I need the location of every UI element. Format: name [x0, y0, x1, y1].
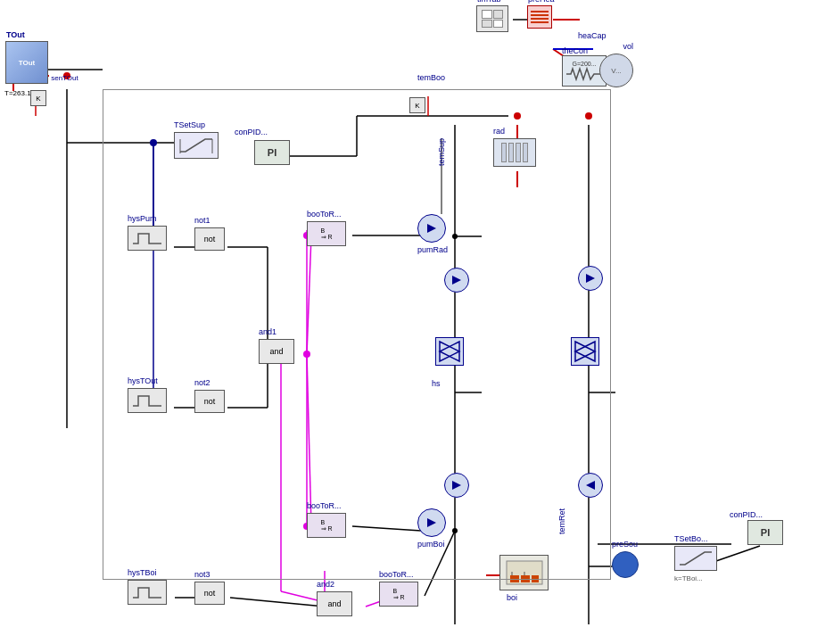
conPID2-label: conPID... [730, 510, 763, 519]
hs-label: hs [432, 379, 441, 388]
svg-marker-72 [452, 481, 461, 490]
G200-label: G=200... [572, 61, 596, 67]
svg-point-39 [150, 139, 157, 146]
svg-marker-64 [427, 224, 436, 233]
valve-660-390-block[interactable] [571, 337, 599, 366]
not2-label: not2 [194, 378, 210, 387]
boi-label: boi [507, 593, 517, 602]
kTBoi-label: k=TBoi... [674, 574, 703, 582]
and2-block[interactable]: and2 and [317, 591, 352, 616]
booToR3-block[interactable]: booToR... B ⇒ R [379, 582, 418, 607]
and1-block[interactable]: and1 and [259, 339, 294, 364]
temRet-label: temRet [557, 508, 566, 534]
svg-marker-67 [440, 342, 459, 361]
not3-label: not3 [194, 570, 210, 579]
vol-label: vol [623, 42, 633, 51]
not3-block[interactable]: not3 not [194, 582, 225, 605]
svg-marker-68 [586, 274, 595, 283]
senTOut-label: senTOut [51, 74, 78, 82]
hysTOut-block[interactable]: hysTOut [128, 388, 167, 413]
pumBoi-block[interactable]: pumBoi [417, 508, 446, 537]
svg-marker-65 [452, 276, 461, 285]
pumRad-label: pumRad [417, 245, 448, 254]
K1-block: K [29, 89, 47, 107]
hysTBoi-block[interactable]: hysTBoi [128, 580, 167, 605]
pumRad-block[interactable]: pumRad [417, 214, 446, 243]
svg-point-34 [303, 351, 310, 358]
TSetBo-block[interactable]: TSetBo... k=TBoi... [674, 546, 717, 571]
preSou-label: preSou [612, 540, 638, 549]
conPID1-label: conPID... [235, 128, 268, 136]
svg-marker-73 [427, 518, 436, 527]
booToR3-label: booToR... [379, 570, 414, 579]
PI1-block[interactable]: PI [254, 140, 290, 165]
hysTOut-label: hysTOut [128, 376, 158, 385]
hysPum-block[interactable]: hysPum [128, 226, 167, 251]
not2-block[interactable]: not2 not [194, 390, 225, 413]
svg-rect-76 [521, 575, 530, 582]
preHea-label: preHea [528, 0, 555, 4]
TSetSup-block[interactable]: TSetSup [174, 132, 219, 159]
and1-label: and1 [259, 327, 276, 336]
preSou-block[interactable]: preSou [612, 551, 639, 578]
rad-label: rad [493, 127, 505, 136]
PI2-block[interactable]: PI [747, 520, 783, 545]
boi-block[interactable]: boi [499, 555, 549, 590]
svg-line-12 [352, 526, 421, 531]
not1-label: not1 [194, 216, 210, 225]
TOut-label: TOut [6, 30, 25, 39]
valve-390-block[interactable] [435, 337, 464, 366]
pump-660-310-block[interactable] [578, 266, 603, 291]
hysTBoi-label: hysTBoi [128, 568, 157, 577]
diagram-canvas: TOut TOut T=263.15 K senTOut temBoo K ti… [0, 0, 817, 644]
svg-point-61 [452, 528, 458, 533]
svg-marker-66 [440, 342, 459, 361]
svg-point-55 [514, 112, 521, 120]
temSup-label: temSup [437, 138, 446, 166]
TSetSup-label: TSetSup [174, 120, 205, 129]
K2-block: K [408, 96, 426, 114]
rad-block[interactable]: rad [493, 138, 536, 167]
temBoo-label: temBoo [417, 73, 445, 82]
booToR1-block[interactable]: booToR... B ⇒ R [307, 221, 346, 246]
and2-label: and2 [317, 580, 334, 589]
booToR1-label: booToR... [307, 210, 342, 219]
pumBoi-label: pumBoi [417, 540, 445, 549]
preHea-block[interactable]: preHea [526, 4, 553, 29]
pump-310-block[interactable] [444, 268, 469, 293]
svg-point-60 [452, 234, 458, 239]
timTab-block[interactable]: timTab [475, 4, 509, 33]
booToR2-block[interactable]: booToR... B ⇒ R [307, 513, 346, 538]
vol-block[interactable]: vol V... [599, 54, 633, 87]
timTab-label: timTab [477, 0, 501, 4]
svg-line-25 [714, 546, 760, 562]
svg-point-56 [585, 112, 592, 120]
booToR2-label: booToR... [307, 501, 342, 510]
svg-line-9 [307, 235, 311, 354]
heaCap-label: heaCap [578, 31, 607, 40]
not1-block[interactable]: not1 not [194, 227, 225, 251]
hysPum-label: hysPum [128, 214, 157, 223]
pump-660-540-block[interactable] [578, 473, 603, 498]
TOut-block: TOut TOut T=263.15 [4, 40, 49, 85]
svg-rect-77 [532, 575, 539, 582]
svg-marker-71 [586, 481, 595, 490]
svg-marker-69 [575, 342, 595, 361]
valve-510-540-block[interactable] [444, 473, 469, 498]
svg-rect-75 [510, 575, 519, 582]
senTOut-block: senTOut [49, 71, 80, 85]
svg-marker-70 [575, 342, 595, 361]
svg-line-27 [230, 598, 325, 607]
TSetBo-label: TSetBo... [674, 534, 708, 543]
